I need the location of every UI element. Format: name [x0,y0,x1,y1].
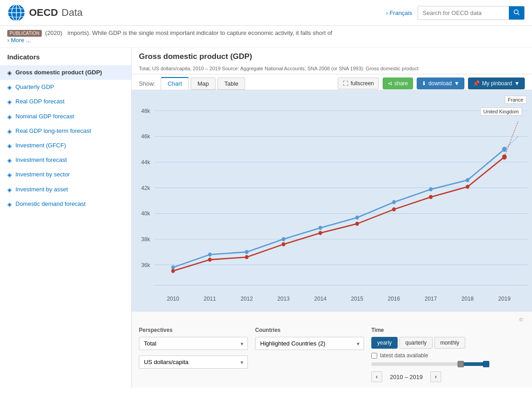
intro-text: imports). While GDP is the single most i… [68,29,332,36]
sidebar-item-investment-sector[interactable]: ◈ Investment by sector [0,167,131,182]
bottom-controls: © Perspectives Total Per capita Growth ▼ [132,311,532,388]
svg-point-43 [171,269,175,273]
search-input[interactable] [418,7,509,19]
svg-text:2014: 2014 [314,295,326,302]
svg-point-38 [392,200,396,204]
sidebar-item-sector-icon: ◈ [7,171,12,178]
latest-data-label: latest data available [380,352,428,359]
range-slider-container [371,362,489,366]
tooltip-france: France [505,96,527,104]
sidebar-item-domestic-demand[interactable]: ◈ Domestic demand forecast [0,197,131,211]
tab-bar: Show: Chart Map Table ⛶ fullscreen ⊲ sha… [132,74,532,90]
sidebar-item-sector-label: Investment by sector [15,170,70,179]
sidebar-item-real-gdp-forecast[interactable]: ◈ Real GDP forecast [0,94,131,109]
sidebar-item-inv-forecast-label: Investment forecast [15,156,67,164]
sidebar-item-asset-icon: ◈ [7,186,12,193]
latest-data-row: latest data available [371,352,489,359]
unit-select[interactable]: US dollars/capita US dollars EUR [139,355,248,369]
time-btn-quarterly[interactable]: quarterly [399,337,433,349]
download-button[interactable]: ⬇ download ▼ [417,78,464,89]
svg-point-45 [245,255,248,259]
sidebar-item-real-gdp-icon: ◈ [7,98,12,105]
svg-text:2019: 2019 [498,295,511,302]
svg-text:2011: 2011 [204,295,216,302]
sidebar-item-quarterly-label: Quarterly GDP [15,83,54,91]
show-label: Show: [139,80,155,87]
range-handle-right[interactable] [483,361,489,367]
tooltip-uk: United Kingdom [480,107,522,116]
svg-point-50 [429,195,433,199]
fullscreen-button[interactable]: ⛶ fullscreen [338,78,379,89]
perspectives-select[interactable]: Total Per capita Growth [139,337,248,350]
year-nav-prev[interactable]: ‹ [371,371,382,382]
svg-text:44k: 44k [141,158,150,165]
chart-subtitle: Total, US dollars/capita, 2010 – 2019 So… [139,66,419,71]
svg-point-49 [392,207,396,211]
svg-text:2016: 2016 [388,295,400,302]
svg-text:46k: 46k [141,133,150,140]
fullscreen-label: fullscreen [350,80,374,87]
time-btn-yearly[interactable]: yearly [371,337,398,349]
download-label: download [429,80,452,87]
more-link[interactable]: › More ... [7,37,31,44]
svg-text:2017: 2017 [424,295,437,302]
svg-point-32 [171,265,175,269]
tab-table[interactable]: Table [217,78,245,90]
sidebar-item-investment-asset[interactable]: ◈ Investment by asset [0,182,131,197]
perspectives-label: Perspectives [139,327,248,333]
sidebar-item-investment-forecast[interactable]: ◈ Investment forecast [0,153,131,167]
time-btn-monthly[interactable]: monthly [434,337,465,349]
sidebar-item-quarterly-gdp[interactable]: ◈ Quarterly GDP [0,80,131,94]
sidebar-item-nominal-gdp[interactable]: ◈ Nominal GDP forecast [0,109,131,124]
svg-text:40k: 40k [141,210,150,217]
svg-point-51 [466,185,469,189]
svg-point-34 [245,250,248,254]
countries-label: Countries [255,327,364,333]
sidebar-item-domestic-icon: ◈ [7,201,12,208]
sidebar-item-gdp[interactable]: ◈ Gross domestic product (GDP) [0,65,131,80]
share-icon: ⊲ [388,80,392,87]
svg-line-5 [518,13,520,15]
sidebar-item-gfcf-icon: ◈ [7,142,12,149]
svg-point-47 [319,231,322,235]
sidebar-item-longterm-icon: ◈ [7,128,12,135]
range-track [371,362,489,366]
perspectives-group: Perspectives Total Per capita Growth ▼ U… [139,327,248,369]
pinboard-dropdown-icon: ▼ [514,80,520,87]
sidebar-item-gdp-icon: ◈ [7,69,12,76]
svg-point-35 [281,237,285,241]
sidebar-item-inv-forecast-icon: ◈ [7,157,12,164]
svg-text:38k: 38k [141,235,150,243]
search-icon [513,9,520,15]
tab-chart[interactable]: Chart [161,77,189,90]
time-group: Time yearly quarterly monthly latest dat… [371,327,489,382]
pinboard-button[interactable]: 📌 My pinboard ▼ [468,78,525,89]
language-link[interactable]: › Français [386,10,412,16]
page-header: OECD Data › Français [0,0,532,26]
svg-rect-6 [132,90,532,311]
logo-area: OECD Data [7,4,83,22]
pin-icon: 📌 [473,80,480,87]
svg-text:2013: 2013 [277,295,290,302]
svg-text:2015: 2015 [351,295,363,302]
svg-point-48 [355,222,359,226]
tab-map[interactable]: Map [191,78,216,90]
search-button[interactable] [509,6,524,19]
svg-point-40 [466,178,469,182]
share-button[interactable]: ⊲ share [383,78,413,89]
sidebar-item-gfcf-label: Investment (GFCF) [15,141,66,150]
svg-text:2012: 2012 [241,295,253,302]
data-label: Data [62,7,83,19]
sidebar-item-gdp-label: Gross domestic product (GDP) [15,68,102,77]
year-nav-next[interactable]: › [430,371,441,382]
svg-point-36 [319,226,322,230]
countries-select[interactable]: Highlighted Countries (2) All Countries [255,337,364,350]
sidebar-item-real-gdp-longterm[interactable]: ◈ Real GDP long-term forecast [0,124,131,138]
year-range-display: 2010 – 2019 [386,374,427,380]
copyright: © [139,317,525,322]
chart-svg: 48k 46k 44k 42k 40k 38k 36k 2010 2011 20… [132,90,532,311]
range-handle-left[interactable] [458,361,464,367]
sidebar-item-nominal-icon: ◈ [7,113,12,120]
sidebar-item-investment-gfcf[interactable]: ◈ Investment (GFCF) [0,138,131,153]
latest-data-checkbox[interactable] [371,353,377,359]
